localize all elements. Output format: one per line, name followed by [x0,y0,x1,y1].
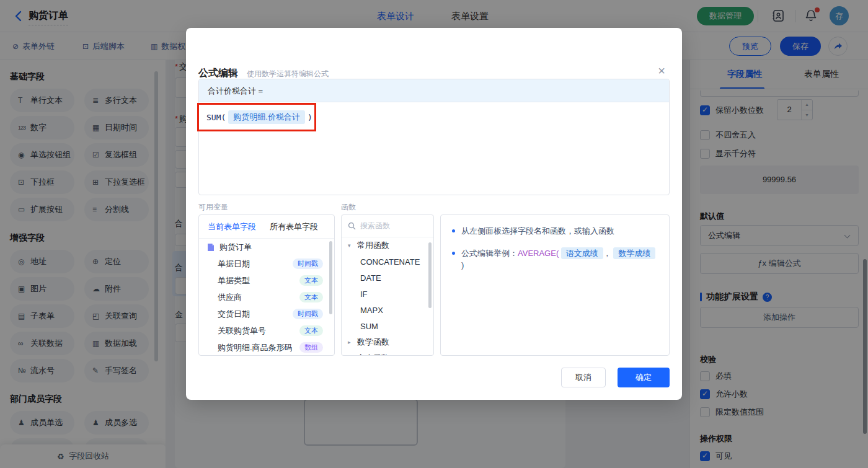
bullet-icon [452,252,455,255]
function-group-text[interactable]: ▸文本函数 [342,350,433,356]
variables-scrollbar[interactable] [329,241,332,314]
variables-tabs: 当前表单字段 所有表单字段 [199,215,334,239]
chevron-down-icon: ▾ [348,242,354,249]
help-tip-1: 从左侧面板选择字段名和函数，或输入函数 [452,225,658,237]
function-group-math[interactable]: ▸数学函数 [342,334,433,350]
function-group-common[interactable]: ▾常用函数 [342,237,433,254]
formula-expression[interactable]: SUM( 购货明细.价税合计 ) [199,102,669,132]
help-tip-2: 公式编辑举例：AVERAGE( 语文成绩， 数学成绩 ) [452,247,658,272]
variable-row[interactable]: 购货明细.商品条形码数组 [199,339,334,356]
modal-subtitle: 使用数学运算符编辑公式 [247,69,329,79]
formula-field-chip[interactable]: 购货明细.价税合计 [228,110,305,124]
help-panel: 从左侧面板选择字段名和函数，或输入函数 公式编辑举例：AVERAGE( 语文成绩… [440,214,670,356]
example-function-name: AVERAGE( [518,249,559,258]
function-item[interactable]: CONCATENATE [342,254,433,270]
search-icon [348,222,356,230]
form-doc-icon [206,243,215,252]
type-badge: 数组 [299,342,323,353]
variables-panel: 当前表单字段 所有表单字段 购货订单 单据日期时间戳 单据类型文本 供应商文本 … [198,214,335,356]
modal-title: 公式编辑 [198,67,238,80]
variable-row[interactable]: 单据日期时间戳 [199,255,334,272]
function-item[interactable]: DATE [342,270,433,286]
function-item[interactable]: MAPX [342,302,433,318]
formula-target: 合计价税合计 = [199,79,669,102]
function-search[interactable]: 搜索函数 [342,215,433,237]
variable-row[interactable]: 单据类型文本 [199,272,334,289]
variables-label: 可用变量 [198,202,228,213]
bullet-icon [452,229,455,232]
variable-row[interactable]: 交货日期时间戳 [199,306,334,322]
tab-all-form-fields[interactable]: 所有表单字段 [270,221,318,232]
variable-row[interactable]: 供应商文本 [199,289,334,306]
type-badge: 时间戳 [293,258,323,269]
formula-edit-modal: 公式编辑 使用数学运算符编辑公式 × 合计价税合计 = SUM( 购货明细.价税… [186,28,682,400]
formula-function-close: ) [308,113,312,122]
functions-scrollbar[interactable] [428,242,432,308]
tab-current-form-fields[interactable]: 当前表单字段 [208,221,256,232]
formula-editor[interactable]: 合计价税合计 = SUM( 购货明细.价税合计 ) [198,79,670,195]
search-placeholder: 搜索函数 [360,221,390,231]
cancel-button[interactable]: 取消 [561,368,606,387]
type-badge: 文本 [299,292,323,302]
variable-row[interactable]: 关联购货单号文本 [199,322,334,339]
confirm-button[interactable]: 确定 [618,368,670,387]
variables-root-node[interactable]: 购货订单 [199,239,334,255]
chevron-right-icon: ▸ [348,355,354,356]
functions-panel: 搜索函数 ▾常用函数 CONCATENATE DATE IF MAPX SUM … [341,214,434,356]
function-item[interactable]: SUM [342,318,433,334]
formula-function-open: SUM( [206,113,226,122]
functions-label: 函数 [341,202,356,213]
type-badge: 时间戳 [293,309,323,319]
example-field-chip: 数学成绩 [613,247,655,259]
close-icon[interactable]: × [655,64,668,77]
type-badge: 文本 [299,325,323,336]
example-field-chip: 语文成绩 [561,247,603,259]
type-badge: 文本 [299,275,323,286]
function-item[interactable]: IF [342,286,433,302]
chevron-right-icon: ▸ [348,339,354,345]
